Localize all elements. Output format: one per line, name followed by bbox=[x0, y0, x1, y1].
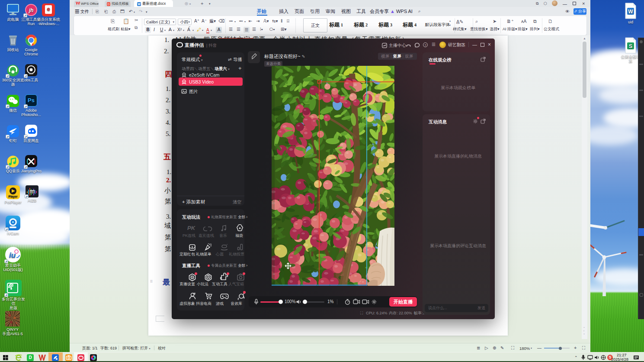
svg-text:W: W bbox=[628, 9, 633, 15]
svg-text:jh: jh bbox=[28, 7, 34, 13]
svg-text:AIZB: AIZB bbox=[30, 191, 34, 193]
svg-text:S: S bbox=[629, 43, 632, 49]
